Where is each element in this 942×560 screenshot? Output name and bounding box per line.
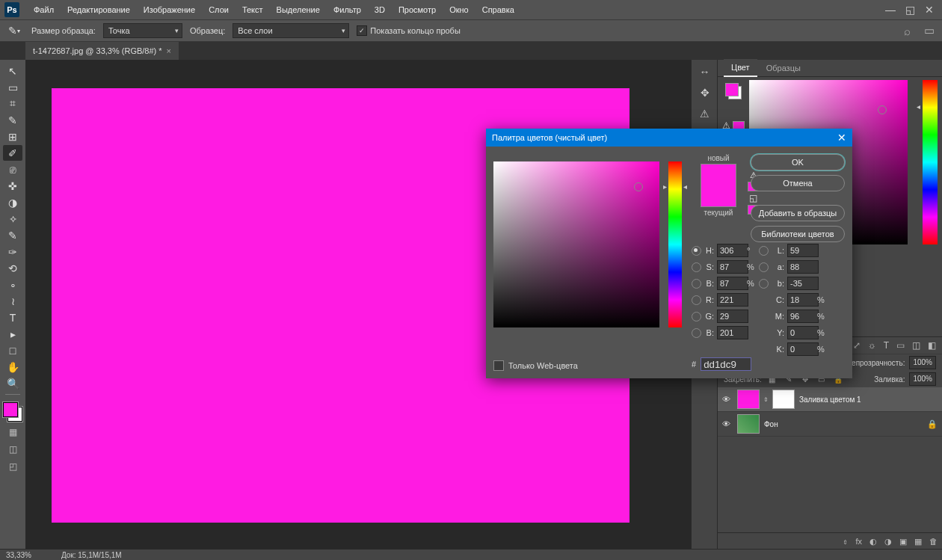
status-zoom[interactable]: 33,33%: [6, 551, 31, 559]
panel-hue-strip[interactable]: [923, 80, 938, 244]
tool-0[interactable]: ↖: [3, 63, 22, 79]
color-swatch-tool[interactable]: [3, 402, 22, 422]
menu-text[interactable]: Текст: [236, 0, 270, 19]
radio-a[interactable]: [759, 262, 769, 272]
web-only-checkbox[interactable]: Только Web-цвета: [493, 360, 578, 371]
radio-blue[interactable]: [692, 328, 701, 338]
delete-layer-icon[interactable]: 🗑: [929, 537, 938, 546]
radio-r[interactable]: [692, 295, 701, 305]
menu-image[interactable]: Изображение: [137, 0, 202, 19]
panel-icon-2[interactable]: ⚠: [696, 105, 714, 123]
layer-filter-icon-0[interactable]: ⤢: [853, 340, 861, 351]
tool-5[interactable]: ✐: [3, 145, 22, 161]
input-s[interactable]: [717, 260, 748, 274]
window-minimize-icon[interactable]: —: [882, 3, 899, 16]
dialog-color-field[interactable]: [493, 161, 659, 327]
tool-6[interactable]: ⎚: [3, 161, 22, 177]
input-a[interactable]: [787, 260, 819, 274]
tool-14[interactable]: ≀: [3, 293, 22, 309]
workspace-icon[interactable]: ▭: [921, 22, 938, 39]
window-maximize-icon[interactable]: ◱: [902, 3, 918, 16]
close-tab-icon[interactable]: ×: [167, 42, 171, 60]
layer-filter-icon-1[interactable]: ☼: [868, 340, 876, 351]
cancel-button[interactable]: Отмена: [751, 175, 845, 191]
visibility-icon[interactable]: 👁: [722, 395, 733, 404]
input-lab-b[interactable]: [787, 277, 819, 290]
menu-file[interactable]: Файл: [27, 0, 61, 19]
tool-1[interactable]: ▭: [3, 79, 22, 95]
tool-2[interactable]: ⌗: [3, 96, 22, 111]
tab-color[interactable]: Цвет: [724, 59, 757, 77]
radio-b[interactable]: [692, 279, 701, 289]
add-swatch-button[interactable]: Добавить в образцы: [751, 205, 845, 221]
sample-size-select[interactable]: Точка: [103, 23, 182, 38]
document-tab[interactable]: t-1472687.jpg @ 33,3% (RGB/8#) * ×: [25, 42, 179, 60]
tool-9[interactable]: ⟡: [3, 211, 22, 227]
hex-input[interactable]: [701, 357, 751, 371]
input-h[interactable]: [717, 244, 748, 257]
tool-15[interactable]: T: [3, 310, 22, 325]
menu-select[interactable]: Выделение: [270, 0, 327, 19]
layer-fx-icon[interactable]: fx: [855, 537, 862, 546]
tool-7[interactable]: ✜: [3, 178, 22, 194]
input-brightness[interactable]: [717, 277, 748, 290]
fill-input[interactable]: 100%: [909, 372, 936, 386]
menu-edit[interactable]: Редактирование: [61, 0, 137, 19]
link-layers-icon[interactable]: ⩇: [843, 537, 848, 546]
tool-10[interactable]: ✎: [3, 227, 22, 243]
layer-mask-thumb[interactable]: [772, 390, 795, 409]
radio-lab-b[interactable]: [759, 279, 769, 289]
input-c[interactable]: [787, 293, 819, 307]
show-ring-checkbox[interactable]: ✓ Показать кольцо пробы: [357, 25, 461, 36]
layer-filter-icon-5[interactable]: ◧: [928, 340, 936, 351]
menu-3d[interactable]: 3D: [368, 0, 392, 19]
layer-filter-icon-2[interactable]: T: [884, 340, 889, 351]
tool-13[interactable]: ∘: [3, 277, 22, 292]
layer-row[interactable]: 👁Фон🔒: [718, 412, 942, 437]
input-l[interactable]: [787, 244, 819, 257]
radio-s[interactable]: [692, 262, 701, 272]
window-close-icon[interactable]: ✕: [921, 3, 938, 16]
input-m[interactable]: [787, 310, 819, 323]
color-libraries-button[interactable]: Библиотеки цветов: [751, 226, 845, 242]
layer-mask-icon[interactable]: ◐: [869, 537, 877, 547]
ok-button[interactable]: OK: [751, 154, 845, 170]
layer-name[interactable]: Фон: [764, 420, 778, 428]
search-icon[interactable]: ⌕: [899, 22, 915, 39]
tool-18[interactable]: ✋: [3, 359, 22, 375]
layer-group-icon[interactable]: ▣: [899, 537, 907, 547]
radio-h[interactable]: [692, 246, 701, 256]
tool-8[interactable]: ◑: [3, 194, 22, 210]
menu-layers[interactable]: Слои: [202, 0, 236, 19]
layer-filter-icon-3[interactable]: ▭: [896, 340, 905, 351]
dialog-titlebar[interactable]: Палитра цветов (чистый цвет) ✕: [486, 129, 852, 147]
layer-filter-icon-4[interactable]: ◫: [912, 340, 920, 351]
visibility-icon[interactable]: 👁: [722, 419, 733, 428]
dialog-close-icon[interactable]: ✕: [837, 132, 846, 144]
panel-icon-0[interactable]: ↔: [696, 63, 714, 81]
input-blue[interactable]: [717, 326, 748, 339]
tool-4[interactable]: ⊞: [3, 129, 22, 144]
menu-help[interactable]: Справка: [475, 0, 521, 19]
tool-19[interactable]: 🔍: [3, 375, 22, 391]
screen-mode-2[interactable]: ◰: [4, 460, 21, 473]
screen-mode-0[interactable]: ▦: [4, 425, 21, 439]
layer-thumb[interactable]: [737, 414, 760, 434]
fg-swatch[interactable]: [3, 402, 18, 417]
adjustment-layer-icon[interactable]: ◑: [884, 537, 892, 547]
foreground-color-swatch[interactable]: [725, 83, 739, 96]
color-swatch[interactable]: [725, 83, 742, 99]
tool-16[interactable]: ▸: [3, 326, 22, 342]
screen-mode-1[interactable]: ◫: [4, 443, 21, 456]
layer-row[interactable]: 👁⩇Заливка цветом 1: [718, 387, 942, 412]
opacity-input[interactable]: 100%: [909, 356, 936, 369]
sample-select[interactable]: Все слои: [233, 23, 349, 38]
tool-11[interactable]: ✑: [3, 244, 22, 259]
radio-l[interactable]: [759, 246, 769, 256]
layer-thumb[interactable]: [737, 390, 760, 409]
tool-12[interactable]: ⟲: [3, 260, 22, 276]
tool-17[interactable]: □: [3, 342, 22, 358]
panel-icon-1[interactable]: ✥: [696, 84, 714, 102]
tab-swatches[interactable]: Образцы: [759, 60, 808, 76]
input-r[interactable]: [717, 293, 748, 307]
